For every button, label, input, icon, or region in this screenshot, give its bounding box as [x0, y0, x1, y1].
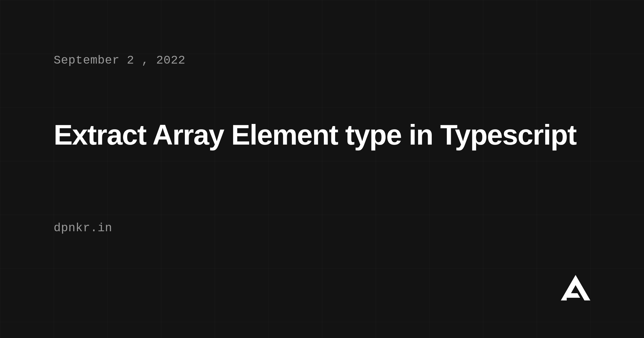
site-url: dpnkr.in: [54, 221, 590, 235]
logo-icon: [561, 275, 590, 300]
post-title: Extract Array Element type in Typescript: [54, 118, 590, 152]
card-container: September 2 , 2022 Extract Array Element…: [0, 0, 644, 338]
post-date: September 2 , 2022: [54, 54, 590, 67]
